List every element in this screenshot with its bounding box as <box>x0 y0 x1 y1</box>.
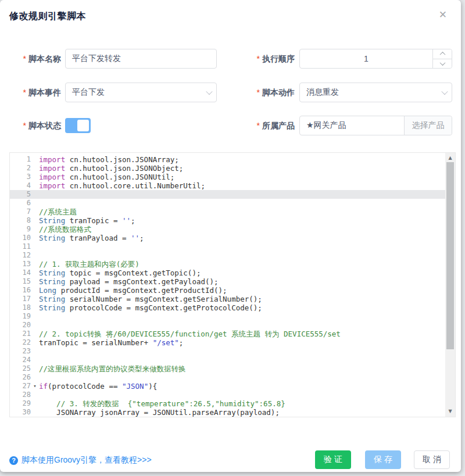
chevron-down-icon <box>439 60 445 66</box>
code-text <box>39 356 445 364</box>
line-number: 11 <box>10 242 31 251</box>
code-text: if(protocolCode == "JSON"){ <box>39 382 445 391</box>
line-number: 9 <box>10 225 31 234</box>
line-number: 16 <box>10 286 31 295</box>
required-mark: * <box>257 121 260 130</box>
chevron-down-icon <box>206 88 212 95</box>
code-text <box>39 391 445 399</box>
code-text: //系统主题 <box>39 207 445 216</box>
scrollbar-thumb[interactable] <box>446 162 454 349</box>
script-name-input[interactable]: 平台下发转发 <box>65 49 217 69</box>
line-number: 17 <box>10 295 31 303</box>
line-number: 22 <box>10 338 31 347</box>
gutter-spacer <box>31 330 39 338</box>
line-number: 27 <box>10 382 31 391</box>
code-line: 6 <box>10 199 445 207</box>
gutter-spacer <box>31 251 39 260</box>
code-line: 5 <box>10 190 445 199</box>
required-mark: * <box>257 88 260 97</box>
code-line: 12 <box>10 251 445 260</box>
fold-arrow-icon[interactable]: ▾ <box>31 382 39 391</box>
code-editor[interactable]: 1import cn.hutool.json.JSONArray;2import… <box>9 152 456 417</box>
code-text <box>39 251 445 260</box>
gutter-spacer <box>31 399 39 408</box>
line-number: 28 <box>10 391 31 399</box>
code-line: 7//系统主题 <box>10 207 445 216</box>
code-line: 23 <box>10 347 445 356</box>
line-number: 30 <box>10 408 31 417</box>
code-line: 4import cn.hutool.core.util.NumberUtil; <box>10 181 445 190</box>
code-line: 25//这里根据系统内置的协议类型来做数据转换 <box>10 364 445 373</box>
code-line: 17String serialNumber = msgContext.getSe… <box>10 295 445 303</box>
gutter-spacer <box>31 181 39 190</box>
select-arrow <box>438 90 452 95</box>
line-number: 6 <box>10 199 31 207</box>
scrollbar-down-icon[interactable]: ▼ <box>445 407 455 416</box>
line-number: 20 <box>10 321 31 330</box>
code-line: 2import cn.hutool.json.JSONObject; <box>10 164 445 173</box>
code-text <box>39 190 445 199</box>
gutter-spacer <box>31 216 39 225</box>
line-number: 14 <box>10 269 31 277</box>
code-line: 30 JSONArray jsonArray = JSONUtil.parseA… <box>10 408 445 417</box>
gutter-spacer <box>31 164 39 173</box>
modify-rule-script-dialog: 修改规则引擎脚本 ✕ *脚本名称 平台下发转发 *执行顺序 1 *脚本事件 平台… <box>0 0 461 472</box>
exec-order-input[interactable]: 1 <box>299 49 452 69</box>
cancel-button[interactable]: 取 消 <box>414 450 450 469</box>
gutter-spacer <box>31 207 39 216</box>
gutter-spacer <box>31 269 39 277</box>
gutter-spacer <box>31 321 39 330</box>
code-line: 27▾if(protocolCode == "JSON"){ <box>10 382 445 391</box>
code-line: 3import cn.hutool.json.JSONUtil; <box>10 173 445 181</box>
script-action-select[interactable]: 消息重发 <box>299 83 452 102</box>
help-link-text: 脚本使用Groovy引擎，查看教程>>> <box>22 455 152 466</box>
line-number: 1 <box>10 155 31 164</box>
line-number: 29 <box>10 399 31 408</box>
gutter-spacer <box>31 199 39 207</box>
script-event-select[interactable]: 平台下发 <box>65 83 217 102</box>
close-icon[interactable]: ✕ <box>439 9 447 21</box>
validate-button[interactable]: 验 证 <box>315 450 351 469</box>
product-label: *所属产品 <box>227 116 295 135</box>
groovy-help-link[interactable]: ? 脚本使用Groovy引擎，查看教程>>> <box>9 455 152 466</box>
gutter-spacer <box>31 391 39 399</box>
gutter-spacer <box>31 260 39 269</box>
scrollbar-up-icon[interactable]: ▲ <box>445 154 455 162</box>
gutter-spacer <box>31 364 39 373</box>
line-number: 25 <box>10 364 31 373</box>
code-text: String protocolCode = msgContext.getProt… <box>39 303 445 312</box>
required-mark: * <box>23 121 26 130</box>
gutter-spacer <box>31 295 39 303</box>
code-text: // 1. 获取主题和内容(必要) <box>39 260 445 269</box>
gutter-spacer <box>31 234 39 242</box>
save-button[interactable]: 保 存 <box>365 450 401 469</box>
stepper-down-button[interactable] <box>433 59 452 69</box>
code-text: import cn.hutool.json.JSONObject; <box>39 164 445 173</box>
exec-order-value: 1 <box>300 54 432 63</box>
gutter-spacer <box>31 303 39 312</box>
code-line: 9//系统数据格式 <box>10 225 445 234</box>
gutter-spacer <box>31 242 39 251</box>
required-mark: * <box>23 54 26 63</box>
code-line: 1import cn.hutool.json.JSONArray; <box>10 155 445 164</box>
code-line: 13// 1. 获取主题和内容(必要) <box>10 260 445 269</box>
script-status-toggle[interactable] <box>65 118 91 133</box>
product-input[interactable]: ★网关产品 选择产品 <box>299 116 452 135</box>
code-text: import cn.hutool.json.JSONArray; <box>39 155 445 164</box>
required-mark: * <box>257 54 260 63</box>
editor-scrollbar[interactable]: ▲ ▼ <box>445 153 455 417</box>
code-text: //系统数据格式 <box>39 225 445 234</box>
line-number: 5 <box>10 190 31 199</box>
code-line: 18String protocolCode = msgContext.getPr… <box>10 303 445 312</box>
product-value: ★网关产品 <box>300 120 404 131</box>
gutter-spacer <box>31 373 39 382</box>
code-text <box>39 199 445 207</box>
gutter-spacer <box>31 347 39 356</box>
code-text <box>39 321 445 330</box>
code-line: 16Long productId = msgContext.getProduct… <box>10 286 445 295</box>
code-line: 8String tranTopic = ''; <box>10 216 445 225</box>
line-number: 7 <box>10 207 31 216</box>
code-line: 15String payload = msgContext.getPayload… <box>10 277 445 286</box>
select-product-button[interactable]: 选择产品 <box>404 116 452 135</box>
stepper-up-button[interactable] <box>433 49 452 59</box>
